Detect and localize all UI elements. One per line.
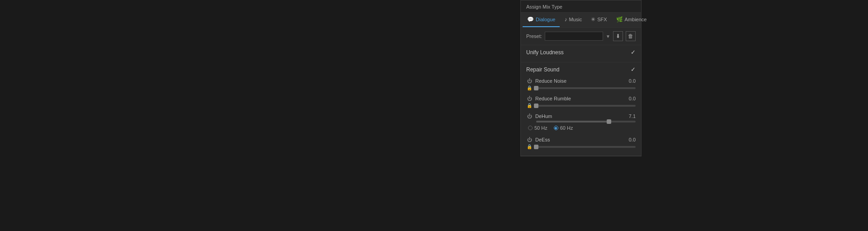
dehum-row: ⏻ DeHum 7.1: [526, 113, 636, 119]
repair-sound-header: Repair Sound ✓: [526, 66, 636, 73]
unify-loudness-section: Unify Loudness ✓: [521, 45, 641, 62]
repair-sound-section: Repair Sound ✓ ⏻ Reduce Noise 0.0 🔒 ⏻: [521, 62, 641, 156]
reduce-noise-slider[interactable]: [536, 87, 636, 89]
reduce-noise-lock-icon[interactable]: 🔒: [526, 85, 533, 90]
reduce-noise-group: ⏻ Reduce Noise 0.0 🔒: [526, 75, 636, 93]
unify-loudness-header: Unify Loudness ✓: [526, 49, 636, 56]
dehum-50hz-radio[interactable]: [528, 126, 533, 130]
deess-slider-row: 🔒: [526, 144, 636, 149]
repair-sound-title: Repair Sound: [526, 66, 559, 73]
preset-save-button[interactable]: ⬇: [613, 31, 623, 41]
deess-value: 0.0: [623, 137, 636, 142]
dehum-value: 7.1: [623, 113, 636, 119]
dehum-50hz-option[interactable]: 50 Hz: [528, 125, 547, 131]
assign-mix-panel: Assign Mix Type 💬 Dialogue ♪ Music ✳ SFX…: [520, 0, 642, 156]
reduce-noise-value: 0.0: [623, 78, 636, 84]
preset-label: Preset:: [526, 33, 542, 39]
preset-row: Preset: ▼ ⬇ 🗑: [521, 28, 641, 45]
tab-dialogue[interactable]: 💬 Dialogue: [523, 13, 560, 27]
deess-slider[interactable]: [536, 146, 636, 148]
dehum-power-icon[interactable]: ⏻: [526, 113, 533, 119]
dehum-slider-row: [526, 121, 636, 123]
music-icon: ♪: [564, 16, 567, 23]
tabs-bar: 💬 Dialogue ♪ Music ✳ SFX 🌿 Ambience: [521, 13, 641, 28]
reduce-rumble-value: 0.0: [623, 96, 636, 101]
reduce-rumble-slider-row: 🔒: [526, 103, 636, 108]
reduce-noise-label: Reduce Noise: [535, 78, 620, 84]
deess-power-icon[interactable]: ⏻: [526, 137, 533, 142]
tab-ambience-label: Ambience: [625, 17, 647, 22]
unify-loudness-title: Unify Loudness: [526, 49, 564, 56]
reduce-rumble-lock-icon[interactable]: 🔒: [526, 103, 533, 108]
tab-sfx-label: SFX: [597, 17, 607, 22]
preset-delete-button[interactable]: 🗑: [626, 31, 636, 41]
reduce-rumble-label: Reduce Rumble: [535, 96, 620, 101]
sfx-icon: ✳: [591, 16, 595, 23]
dehum-slider[interactable]: [536, 121, 636, 123]
tab-music-label: Music: [569, 17, 582, 22]
dehum-50hz-label: 50 Hz: [534, 125, 547, 131]
preset-select[interactable]: [545, 32, 603, 41]
dialogue-icon: 💬: [527, 16, 534, 23]
dehum-60hz-radio[interactable]: [554, 126, 558, 130]
tab-sfx[interactable]: ✳ SFX: [586, 13, 611, 27]
dehum-group: ⏻ DeHum 7.1 50 Hz: [526, 111, 636, 134]
dehum-60hz-option[interactable]: 60 Hz: [554, 125, 573, 131]
tab-dialogue-label: Dialogue: [536, 17, 555, 22]
deess-row: ⏻ DeEss 0.0: [526, 137, 636, 142]
unify-loudness-check[interactable]: ✓: [631, 49, 636, 56]
ambience-icon: 🌿: [616, 16, 623, 23]
reduce-rumble-row: ⏻ Reduce Rumble 0.0: [526, 96, 636, 101]
dehum-60hz-dot: [555, 127, 557, 129]
reduce-rumble-group: ⏻ Reduce Rumble 0.0 🔒: [526, 93, 636, 111]
deess-lock-icon[interactable]: 🔒: [526, 144, 533, 149]
reduce-noise-power-icon[interactable]: ⏻: [526, 78, 533, 84]
panel-title: Assign Mix Type: [521, 0, 641, 13]
reduce-noise-row: ⏻ Reduce Noise 0.0: [526, 78, 636, 84]
deess-label: DeEss: [535, 137, 620, 142]
reduce-rumble-slider[interactable]: [536, 105, 636, 107]
dehum-60hz-label: 60 Hz: [560, 125, 573, 131]
reduce-noise-slider-row: 🔒: [526, 85, 636, 90]
repair-sound-check[interactable]: ✓: [631, 66, 636, 73]
tab-music[interactable]: ♪ Music: [560, 13, 586, 27]
tab-ambience[interactable]: 🌿 Ambience: [612, 13, 651, 27]
reduce-rumble-power-icon[interactable]: ⏻: [526, 96, 533, 101]
deess-group: ⏻ DeEss 0.0 🔒: [526, 134, 636, 152]
preset-dropdown-icon[interactable]: ▼: [606, 34, 610, 39]
dehum-label: DeHum: [535, 113, 620, 119]
dehum-radio-row: 50 Hz 60 Hz: [526, 123, 636, 132]
